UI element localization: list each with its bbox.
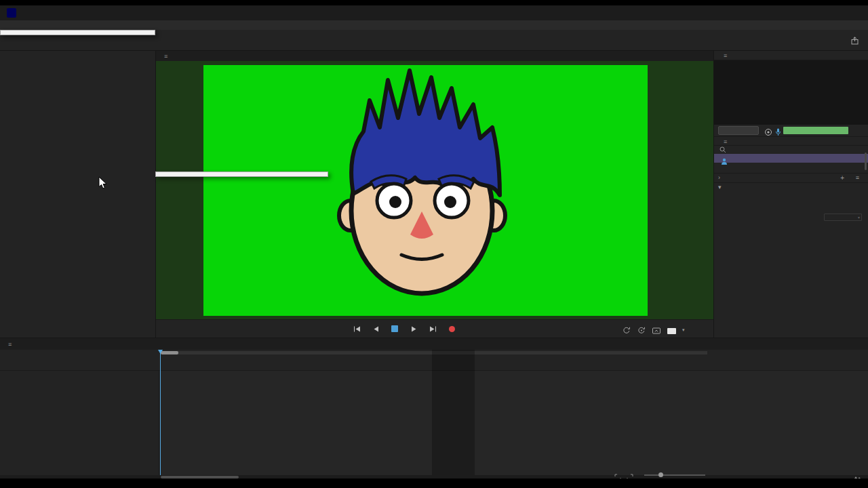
close-button[interactable] [844,5,868,20]
timeline-panel: ≡ [0,338,868,479]
stop-icon [391,325,398,332]
pupil-right [444,196,456,208]
camera-mic-panel: ≡ ≡ › + ≡ ▾ ▾ [713,50,868,338]
person-icon [721,155,728,167]
chevron-right-icon[interactable]: › [718,174,720,182]
let-finish-dropdown: ▾ [824,214,862,221]
loop-icon[interactable] [623,325,631,337]
camera-mic-header: ≡ [714,51,868,60]
playback-options [623,325,676,337]
fit-timeline-icon[interactable] [614,471,621,479]
scene-tab-bar: ≡ [156,51,713,61]
previous-frame-button[interactable] [369,323,382,334]
timeline-tab-bar: ≡ [0,338,868,350]
expand-timeline-icon[interactable] [627,471,633,479]
next-frame-button[interactable] [426,323,439,334]
add-behavior-icon[interactable]: + [840,174,844,182]
pupil-left [389,196,401,208]
timeline-scrollbar[interactable] [0,475,868,479]
audio-level-warning-badge [783,127,848,134]
scene-panel: ≡ [156,50,713,338]
tab-scene-chad[interactable]: ≡ [160,51,167,62]
stop-button[interactable] [388,323,401,334]
zoom-large-icon[interactable] [853,471,863,479]
minimize-button[interactable] [795,5,819,20]
triggers-panel [0,50,156,338]
panel-menu-icon[interactable]: ≡ [164,53,167,60]
camera-preview [714,60,868,125]
puppet-track-behaviors-section[interactable]: › + ≡ [714,173,868,182]
timeline-view-buttons [614,471,633,479]
playback-bar: ▾ [156,319,713,338]
chevron-down-icon: ▾ [858,214,860,221]
menu-bar [0,20,868,30]
timeline-zoom-slider[interactable] [644,474,705,476]
properties-item-greenscreen3[interactable] [714,154,868,163]
maximize-button[interactable] [819,5,844,20]
pan-bar-thumb[interactable] [161,351,178,354]
timeline-shaded-region [432,350,475,475]
app-window: ≡ [0,5,868,479]
hair [351,70,500,195]
record-button[interactable] [445,323,458,334]
timeline-grid [159,371,868,475]
properties-scrollbar[interactable] [865,152,867,170]
record-icon [449,326,455,332]
zoom-level-dropdown[interactable]: ▾ [682,326,685,333]
chevron-down-icon[interactable]: ▾ [718,183,722,192]
panel-menu-icon[interactable]: ≡ [724,52,727,59]
chevron-down-icon: ▾ [682,327,685,332]
transport-controls [350,323,458,334]
offset-volume-row [714,222,868,230]
title-bar [0,5,868,20]
rest-pose-row [714,125,868,137]
properties-search[interactable] [714,146,868,154]
panel-menu-icon[interactable]: ≡ [8,341,12,348]
timecode [160,322,162,331]
replays-section[interactable]: ▾ [714,182,868,191]
scrollbar-thumb[interactable] [161,476,239,479]
file-menu-dropdown [0,30,155,35]
properties-header: ≡ [714,136,868,146]
play-button[interactable] [407,323,420,334]
playhead[interactable] [160,350,161,475]
export-submenu [155,171,328,177]
go-to-start-button[interactable] [350,323,363,334]
track-header-column [0,371,159,475]
safe-area-chip[interactable] [667,328,676,334]
screen-icon[interactable] [652,325,660,337]
tab-timeline-scene[interactable]: ≡ [4,338,12,350]
panel-menu-icon[interactable]: ≡ [856,174,859,182]
green-screen-background [203,65,648,316]
scene-viewport[interactable] [156,61,713,319]
when-trigger-ends-row: ▾ [714,214,868,221]
snapshot-icon[interactable] [637,325,646,337]
panel-menu-icon[interactable]: ≡ [724,138,727,145]
app-logo-icon [7,8,16,18]
zoom-slider-handle[interactable] [658,472,663,477]
search-icon [719,146,726,153]
set-rest-pose-button[interactable] [718,126,759,135]
mouse-cursor [98,176,108,192]
window-controls [795,5,868,20]
puppet-chad[interactable] [203,65,648,316]
share-icon[interactable] [851,35,859,47]
